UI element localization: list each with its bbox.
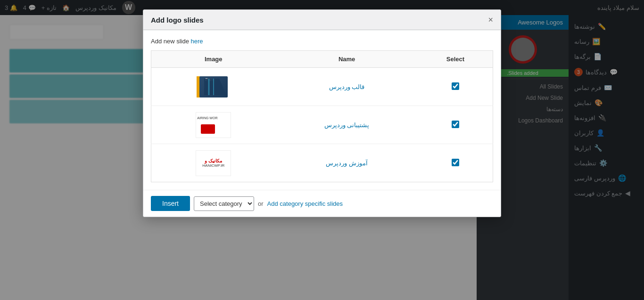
repair-logo: AIRING WOR [196, 112, 231, 138]
repair-text: AIRING WOR [197, 116, 217, 120]
row3-select-cell [418, 144, 493, 182]
svg-marker-0 [204, 79, 226, 95]
row2-name-cell: پشتیبانی وردپرس [276, 106, 418, 144]
col-select: Select [418, 51, 493, 68]
mech-sub: HANICWP.IR [202, 163, 224, 168]
or-text: or [258, 200, 264, 207]
add-new-slide-text: Add new slide here [151, 38, 493, 45]
add-new-slide-link[interactable]: here [191, 38, 203, 45]
add-category-link[interactable]: Add category specific slides [267, 200, 343, 207]
table-row: AIRING WOR پشتیبانی وردپرس [151, 106, 493, 144]
modal-title: Add logo slides [151, 16, 204, 24]
logo-thumb-mechanic: مکانیک و HANICWP.IR [195, 149, 232, 177]
col-image: Image [151, 51, 276, 68]
row1-checkbox[interactable] [452, 82, 459, 90]
mech-text: مکانیک و [205, 158, 222, 163]
modal-close-button[interactable]: × [488, 16, 493, 24]
slide-name-2: پشتیبانی وردپرس [324, 122, 370, 129]
logo-thumb-parstools: Pars [195, 73, 232, 101]
logo-thumb-repair: AIRING WOR [195, 111, 232, 139]
col-name: Name [276, 51, 418, 68]
modal-header: Add logo slides × [143, 10, 501, 30]
table-row: Pars قالب وردپرس [151, 68, 493, 106]
row3-checkbox[interactable] [452, 159, 459, 166]
row3-name-cell: آموزش وردپرس [276, 144, 418, 182]
table-row: مکانیک و HANICWP.IR آموزش وردپرس [151, 144, 493, 182]
parstools-logo: Pars [196, 74, 231, 100]
repair-icon [201, 124, 215, 134]
row1-image-cell: Pars [151, 68, 276, 106]
row1-name-cell: قالب وردپرس [276, 68, 418, 106]
row2-checkbox[interactable] [452, 121, 459, 128]
slides-table: Image Name Select Pars [151, 50, 493, 182]
modal-body: Add new slide here Image Name Select [143, 30, 501, 190]
row1-select-cell [418, 68, 493, 106]
modal-add-logo-slides: Add logo slides × Add new slide here Ima… [143, 9, 501, 217]
pars-svg [196, 74, 231, 100]
slide-name-3: آموزش وردپرس [326, 160, 368, 167]
row2-image-cell: AIRING WOR [151, 106, 276, 144]
slide-name-1: قالب وردپرس [329, 83, 365, 90]
table-header-row: Image Name Select [151, 51, 493, 68]
insert-button[interactable]: Insert [151, 196, 190, 211]
mechanic-logo: مکانیک و HANICWP.IR [196, 150, 231, 176]
row3-image-cell: مکانیک و HANICWP.IR [151, 144, 276, 182]
category-select[interactable]: Select category [194, 196, 254, 211]
modal-footer: Insert Select category or Add category s… [143, 190, 501, 217]
row2-select-cell [418, 106, 493, 144]
